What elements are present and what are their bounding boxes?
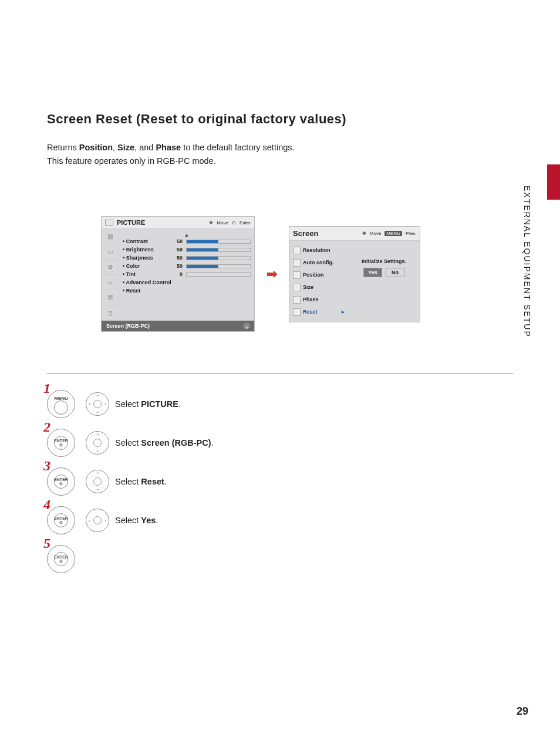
- dpad-left-icon: ‹: [89, 518, 90, 523]
- size-icon: [293, 284, 301, 291]
- osd-picture-panel: PICTURE ✥ Move ⊙ Enter ▤ ▭ ✿ ☺ ⌘ ⍰ ▲: [101, 216, 255, 332]
- step-2-pre: Select: [115, 438, 141, 447]
- step-number: 3: [43, 458, 50, 474]
- move-label: Move: [370, 231, 382, 236]
- position-icon: [293, 271, 301, 279]
- row-color: • Color 50: [123, 262, 251, 270]
- enter-icon: ⊙: [232, 220, 236, 226]
- row-contrast: • Contrast 50: [123, 237, 251, 245]
- dpad-updown: ⌃ ⌄: [86, 470, 109, 493]
- enter-dot-icon: ⊙: [59, 520, 63, 524]
- step-3-bold: Reset: [141, 477, 164, 486]
- size-label: Size: [303, 284, 313, 290]
- osd-row: PICTURE ✥ Move ⊙ Enter ▤ ▭ ✿ ☺ ⌘ ⍰ ▲: [101, 216, 513, 332]
- steps-list: 1 MENU ⌃ ⌄ ‹ › Select PICTURE. 2: [47, 390, 513, 573]
- color-label: • Color: [123, 263, 168, 269]
- move-icon: ✥: [362, 231, 366, 236]
- chevron-right-icon: ▸: [342, 309, 345, 315]
- dpad-4way: ⌃ ⌄ ‹ ›: [86, 392, 109, 416]
- dpad-down-icon: ⌄: [96, 409, 100, 414]
- contrast-label: • Contrast: [123, 238, 168, 244]
- osd-picture-settings: ▲ • Contrast 50 • Brightness 50 • Sharpn…: [119, 229, 254, 321]
- phase-icon: [293, 296, 301, 304]
- dpad-down-icon: ⌄: [96, 486, 100, 492]
- reset-label: Reset: [303, 309, 318, 315]
- step-2-bold: Screen (RGB-PC): [141, 438, 211, 447]
- dpad-up-icon: ⌃: [96, 472, 100, 477]
- dpad-left-icon: ‹: [89, 402, 90, 407]
- tab-icon-3: ✿: [102, 260, 119, 275]
- step-2-post: .: [211, 438, 214, 447]
- step-1-text: Select PICTURE.: [115, 399, 181, 409]
- osd-screen-title: Screen: [293, 229, 318, 238]
- osd-screen-panel: Screen ✥ Move MENU Prev. Resolution Auto…: [289, 226, 420, 322]
- enter-ring-icon: ⊙: [244, 323, 249, 329]
- position-label: Position: [303, 272, 324, 278]
- enter-remote-button: ENTER⊙: [47, 545, 75, 573]
- step-1-pre: Select: [115, 399, 141, 409]
- intro-sep2: , and: [134, 143, 156, 152]
- autoconfig-label: Auto config.: [303, 260, 334, 265]
- intro-sep1: ,: [113, 143, 117, 152]
- page-heading: Screen Reset (Reset to original factory …: [47, 112, 513, 127]
- dpad-right-icon: ›: [104, 518, 106, 523]
- move-label: Move: [217, 220, 228, 226]
- phase-label: Phase: [303, 297, 319, 302]
- tab-icon-5: ⌘: [102, 290, 119, 305]
- row-advanced: • Advanced Control: [123, 278, 251, 287]
- step-4-post: .: [156, 516, 158, 525]
- row-tint: • Tint 0: [123, 270, 251, 278]
- screen-menu-list: Resolution Auto config. Position Size Ph…: [289, 241, 348, 322]
- resolution-label: Resolution: [303, 247, 330, 253]
- resolution-icon: [293, 247, 301, 254]
- divider-line: [47, 373, 513, 374]
- enter-remote-button: ENTER⊙: [47, 467, 75, 496]
- prev-label: Prev.: [406, 231, 416, 236]
- step-1-post: .: [178, 399, 181, 409]
- reset-label: • Reset: [123, 288, 140, 294]
- color-bar: [186, 264, 251, 268]
- move-icon: ✥: [209, 220, 213, 226]
- arrow-right-icon: ➡: [266, 267, 277, 282]
- osd-picture-header: PICTURE ✥ Move ⊙ Enter: [102, 217, 254, 229]
- step-2: 2 ENTER⊙ ⌃ ⌄ Select Screen (RGB-PC).: [47, 429, 513, 457]
- screen-right-pane: Initialize Settings. Yes No: [348, 241, 420, 322]
- item-reset: Reset▸: [289, 306, 348, 318]
- item-position: Position: [289, 269, 348, 281]
- enter-button-label: ENTER: [54, 555, 68, 559]
- step-4: 4 ENTER⊙ ‹ › Select Yes.: [47, 506, 513, 534]
- step-1: 1 MENU ⌃ ⌄ ‹ › Select PICTURE.: [47, 390, 513, 418]
- item-resolution: Resolution: [289, 244, 348, 257]
- menu-badge: MENU: [384, 231, 402, 236]
- dpad-updown: ⌃ ⌄: [86, 431, 109, 455]
- step-5: 5 ENTER⊙: [47, 545, 513, 573]
- osd-screen-header: Screen ✥ Move MENU Prev.: [289, 227, 420, 241]
- page-number: 29: [517, 705, 528, 718]
- osd-footer-label: Screen (RGB-PC): [106, 323, 150, 329]
- intro-line-1: Returns Position, Size, and Phase to the…: [47, 141, 513, 154]
- enter-dot-icon: ⊙: [59, 443, 63, 447]
- enter-dot-icon: ⊙: [59, 482, 63, 486]
- brightness-label: • Brightness: [123, 247, 168, 253]
- enter-label: Enter: [239, 220, 251, 226]
- scroll-up-icon: ▲: [123, 233, 251, 237]
- enter-button-label: ENTER: [54, 477, 68, 482]
- step-4-bold: Yes: [141, 516, 156, 525]
- step-3-post: .: [164, 477, 167, 486]
- item-size: Size: [289, 281, 348, 294]
- step-4-pre: Select: [115, 516, 141, 525]
- intro-post: to the default factory settings.: [181, 143, 294, 152]
- step-number: 1: [43, 381, 50, 396]
- enter-remote-button: ENTER⊙: [47, 506, 75, 534]
- intro-b3: Phase: [156, 143, 181, 152]
- step-3: 3 ENTER⊙ ⌃ ⌄ Select Reset.: [47, 467, 513, 496]
- item-autoconfig: Auto config.: [289, 257, 348, 269]
- tint-value: 0: [172, 271, 183, 277]
- brightness-bar: [186, 248, 251, 252]
- no-button[interactable]: No: [386, 268, 404, 277]
- yes-button[interactable]: Yes: [363, 268, 382, 277]
- intro-pre: Returns: [47, 143, 79, 152]
- tv-icon: [105, 220, 113, 226]
- tint-label: • Tint: [123, 271, 168, 277]
- dpad-up-icon: ⌃: [96, 394, 100, 399]
